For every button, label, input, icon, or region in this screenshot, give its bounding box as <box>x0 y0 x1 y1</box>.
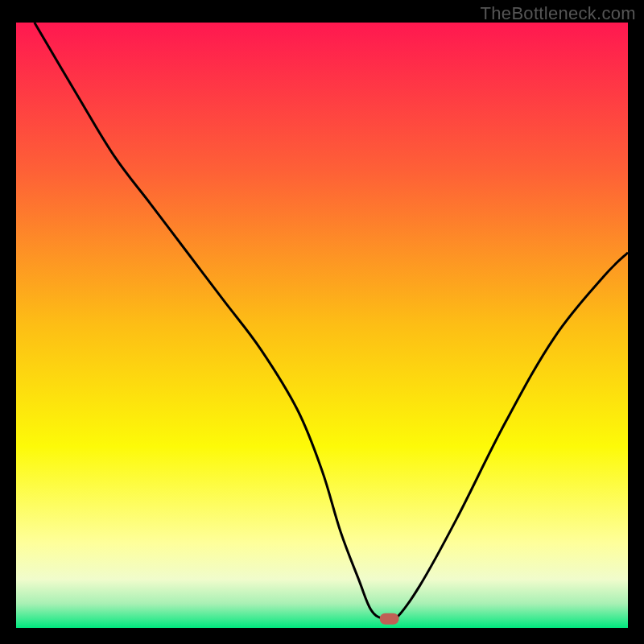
chart-background <box>16 23 628 628</box>
optimum-marker <box>380 613 399 625</box>
chart-svg <box>16 23 628 628</box>
chart-plot-area <box>16 23 628 628</box>
watermark-text: TheBottleneck.com <box>481 3 636 24</box>
